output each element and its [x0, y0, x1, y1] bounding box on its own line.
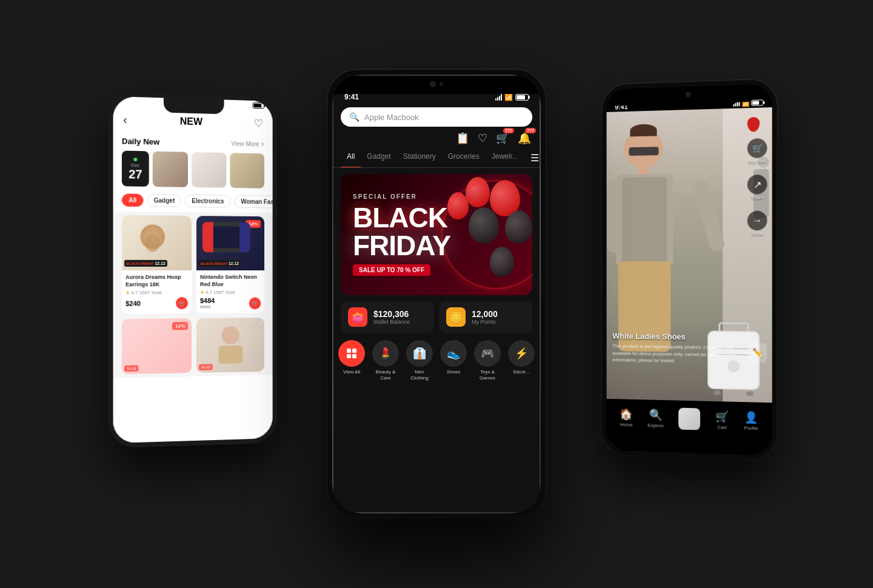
- back-button-left[interactable]: ‹: [123, 113, 127, 127]
- edit-icon[interactable]: ✏️: [748, 342, 768, 362]
- product-price-1: $240: [125, 300, 141, 307]
- svg-rect-2: [347, 354, 351, 358]
- detail-icon: →: [748, 211, 768, 231]
- cart-button-2[interactable]: 🛒: [249, 297, 261, 309]
- category-beauty[interactable]: 💄 Beauty &Care: [372, 340, 399, 381]
- product-rating-2: ★ 4.7 1567 Sold: [200, 290, 261, 295]
- tab-groceries[interactable]: Groceries: [442, 149, 486, 167]
- black-friday-banner: SPECIAL OFFER BLACK FRIDAY SALE UP TO 70…: [341, 174, 532, 295]
- svg-rect-3: [352, 354, 356, 358]
- wallet-amount: $120,306: [373, 309, 410, 319]
- search-text-center[interactable]: Apple Macbook: [364, 113, 524, 122]
- person-arm-left: [607, 181, 621, 253]
- hamburger-icon[interactable]: ☰: [524, 149, 540, 167]
- search-icon-center: 🔍: [349, 112, 360, 122]
- detail-action[interactable]: → Detail: [748, 211, 768, 236]
- product-desc-right: This product is the highest quality prod…: [612, 343, 741, 366]
- bottom-home[interactable]: 🏠 Home: [620, 407, 632, 427]
- banner-subtitle: SPECIAL OFFER: [353, 193, 450, 200]
- wallet-icon: 👛: [348, 307, 367, 327]
- list-icon[interactable]: 📋: [456, 132, 469, 145]
- heart-overlay-4: ♡: [255, 321, 261, 330]
- filter-all[interactable]: All: [122, 193, 143, 207]
- product-img-4: ♡ 11.12: [196, 318, 264, 373]
- filter-electronics[interactable]: Electronics: [185, 195, 230, 208]
- categories-row: View All 💄 Beauty &Care 👔 MenClothing 👟 …: [333, 333, 540, 381]
- points-icon: 🪙: [446, 307, 466, 327]
- daily-date-box: Dec 27: [122, 150, 149, 186]
- product-price-2: $484: [200, 297, 215, 304]
- product-img-2: 12% BLACK FRIDAY 12.12: [196, 216, 264, 270]
- category-men-clothing[interactable]: 👔 MenClothing: [406, 340, 433, 381]
- daily-day: 27: [129, 168, 142, 181]
- view-all-label: View All: [343, 369, 360, 375]
- product-info-overlay: White Ladies Shoes This product is the h…: [612, 332, 741, 365]
- person-body: [616, 173, 673, 264]
- electronics-icon: ⚡: [508, 340, 535, 367]
- bottom-thumb[interactable]: [678, 408, 700, 430]
- buy-now-action[interactable]: 🛒 Buy Now: [748, 138, 768, 164]
- cart-button-1[interactable]: 🛒: [176, 297, 188, 309]
- heart-overlay-3: ♡: [181, 322, 188, 330]
- side-actions: 🛒 Buy Now ↗ Share → Detail: [748, 138, 768, 236]
- product-title-right: White Ladies Shoes: [612, 332, 741, 342]
- category-view-all[interactable]: View All: [338, 340, 365, 381]
- video-area: 🛒 Buy Now ↗ Share → Detail White Ladies …: [607, 107, 772, 403]
- product-old-price-2: $550: [200, 304, 215, 310]
- nav-tabs-center: All Gadget Stationery Groceries Jewelr..…: [333, 149, 540, 168]
- product-card-1[interactable]: BLACK FRIDAY 12.12 Aurora Dreams Hoop Ea…: [122, 215, 192, 314]
- detail-label: Detail: [752, 232, 763, 236]
- cart-icon-center[interactable]: 🛒 777: [496, 132, 509, 145]
- daily-thumb-3: [230, 153, 264, 188]
- tab-jewelry[interactable]: Jewelr...: [486, 149, 524, 167]
- bottom-explore[interactable]: 🔍 Explore: [647, 408, 664, 429]
- product-card-3[interactable]: 12% ♡ 11.12: [122, 318, 192, 374]
- beauty-label: Beauty &Care: [376, 369, 395, 381]
- bf-badge-1: BLACK FRIDAY 12.12: [124, 260, 167, 267]
- page-title-left: NEW: [180, 116, 202, 127]
- banner-sale-text: SALE UP TO 70 % OFF: [353, 264, 430, 276]
- bell-badge: 777: [525, 128, 536, 133]
- bell-icon-center[interactable]: 🔔 777: [518, 132, 531, 145]
- person-arm-right: [693, 178, 726, 253]
- bf-badge-2: BLACK FRIDAY 12.12: [199, 260, 241, 267]
- filter-gadget[interactable]: Gadget: [147, 194, 181, 207]
- share-icon: ↗: [748, 175, 768, 195]
- wallet-label: Wallet Balance: [373, 319, 410, 325]
- category-toys[interactable]: 🎮 Toys &Games: [474, 340, 501, 381]
- scene: 9:41 📶 ‹ NE: [73, 21, 800, 567]
- category-electronics[interactable]: ⚡ Electr...: [508, 340, 535, 381]
- wallet-card: 👛 $120,306 Wallet Balance: [341, 301, 434, 333]
- phone-right: 9:41 📶: [602, 79, 777, 461]
- view-more-link[interactable]: View More >: [232, 140, 264, 147]
- buy-now-label: Buy Now: [749, 159, 766, 164]
- bottom-cart[interactable]: 🛒 Cart: [715, 410, 729, 430]
- beauty-icon: 💄: [372, 340, 399, 367]
- svg-rect-1: [352, 349, 356, 353]
- points-card: 🪙 12,000 My Points: [439, 301, 532, 333]
- tab-stationery[interactable]: Stationery: [397, 149, 442, 167]
- wishlist-icon[interactable]: ♡: [478, 132, 487, 145]
- product-thumbnail: [678, 408, 700, 430]
- bottom-profile[interactable]: 👤 Profile: [744, 410, 758, 431]
- daily-title: Daily New: [122, 136, 159, 147]
- product-card-4[interactable]: ♡ 11.12: [196, 318, 264, 373]
- product-img-1: BLACK FRIDAY 12.12: [122, 215, 192, 270]
- star-icon-2: ★: [200, 290, 204, 295]
- tab-gadget[interactable]: Gadget: [361, 149, 396, 167]
- share-action[interactable]: ↗ Share: [748, 175, 768, 200]
- product-img-3: 12% ♡ 11.12: [122, 318, 192, 374]
- banner-title-friday: FRIDAY: [353, 232, 450, 259]
- filter-woman-fashion[interactable]: Woman Fashion: [234, 195, 272, 209]
- tab-all[interactable]: All: [341, 149, 361, 167]
- filter-bar-left: All Gadget Electronics Woman Fashion: [113, 189, 273, 213]
- cart-badge: 777: [503, 128, 514, 133]
- banner-title-black: BLACK: [353, 204, 450, 232]
- share-label: Share: [751, 195, 763, 199]
- category-shoes[interactable]: 👟 Shoes: [440, 340, 467, 381]
- svg-rect-0: [347, 349, 351, 353]
- points-label: My Points: [472, 319, 498, 325]
- person-head: [624, 129, 663, 169]
- product-card-2[interactable]: 12% BLACK FRIDAY 12.12 Ninte: [196, 216, 264, 313]
- heart-button-left[interactable]: ♡: [254, 116, 264, 130]
